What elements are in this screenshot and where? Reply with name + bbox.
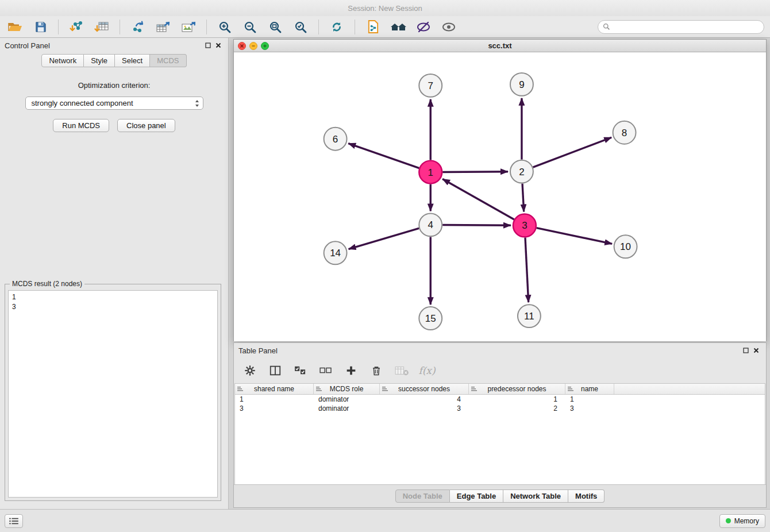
export-table-button[interactable] [154, 18, 172, 36]
node-2[interactable]: 2 [510, 160, 533, 183]
tab-network-table[interactable]: Network Table [503, 489, 568, 503]
search-input[interactable] [613, 23, 759, 31]
tab-node-table[interactable]: Node Table [395, 489, 450, 503]
columns-icon [269, 364, 282, 377]
node-14[interactable]: 14 [324, 241, 347, 264]
table-cell: dominator [314, 404, 380, 413]
close-panel-button[interactable] [213, 40, 224, 51]
column-header-shared-name[interactable]: shared name [235, 384, 314, 394]
home-network-button[interactable] [389, 18, 407, 36]
table-row[interactable]: 1dominator411 [235, 395, 765, 404]
main-toolbar [0, 16, 770, 38]
table-row[interactable]: 3dominator323 [235, 404, 765, 413]
node-3[interactable]: 3 [513, 214, 536, 237]
sort-icon[interactable] [471, 386, 477, 392]
column-header-name[interactable]: name [565, 384, 614, 394]
edge-2-3[interactable] [522, 184, 524, 212]
edge-3-10[interactable] [536, 228, 612, 244]
mcds-result-list[interactable]: 13 [8, 290, 218, 498]
style-preview-button[interactable] [414, 18, 433, 36]
node-8[interactable]: 8 [613, 121, 636, 144]
select-all-button[interactable] [292, 363, 309, 379]
open-session-button[interactable] [6, 18, 24, 36]
maximize-icon [263, 44, 267, 48]
column-header-predecessor-nodes[interactable]: predecessor nodes [469, 384, 565, 394]
close-window-button[interactable] [238, 42, 246, 50]
toolbar-separator [206, 20, 207, 34]
column-header-label: predecessor nodes [487, 385, 546, 393]
node-4[interactable]: 4 [419, 213, 442, 236]
edge-3-11[interactable] [525, 237, 529, 302]
sort-icon[interactable] [316, 386, 322, 392]
node-7[interactable]: 7 [419, 74, 442, 97]
edge-2-8[interactable] [533, 137, 612, 167]
zoom-selected-button[interactable] [291, 18, 310, 36]
node-1[interactable]: 1 [419, 161, 442, 184]
zoom-out-button[interactable] [241, 18, 259, 36]
add-column-button[interactable] [343, 363, 359, 379]
import-network-button[interactable] [67, 18, 86, 36]
zoom-in-button[interactable] [215, 18, 234, 36]
maximize-window-button[interactable] [261, 42, 269, 50]
node-6[interactable]: 6 [324, 128, 347, 151]
gear-icon [244, 364, 256, 377]
export-image-button[interactable] [179, 18, 198, 36]
sort-icon[interactable] [237, 386, 243, 392]
export-network-button[interactable] [129, 18, 147, 36]
edge-1-6[interactable] [348, 144, 419, 168]
import-network-icon [68, 20, 84, 34]
network-document-button[interactable] [364, 18, 382, 36]
zoom-selected-icon [294, 20, 307, 34]
table-body[interactable]: 1dominator4113dominator323 [235, 395, 765, 484]
memory-button[interactable]: Memory [719, 514, 765, 528]
table-panel-title: Table Panel [238, 346, 278, 355]
edge-1-2[interactable] [442, 172, 508, 172]
column-header-MCDS-role[interactable]: MCDS role [314, 384, 380, 394]
table-settings-button[interactable] [242, 363, 258, 379]
float-icon [743, 348, 749, 353]
show-columns-button[interactable] [267, 363, 283, 379]
column-header-successor-nodes[interactable]: successor nodes [380, 384, 469, 394]
node-10[interactable]: 10 [614, 235, 637, 258]
table-cell: 2 [469, 404, 565, 413]
minimize-window-button[interactable] [249, 42, 257, 50]
optimization-criterion-dropdown[interactable]: strongly connected component [25, 97, 203, 110]
tab-edge-table[interactable]: Edge Table [450, 489, 503, 503]
node-11[interactable]: 11 [518, 304, 541, 327]
run-mcds-button[interactable]: Run MCDS [53, 119, 109, 132]
table-panel-header: Table Panel [234, 343, 766, 358]
eye-slash-icon [417, 20, 430, 34]
show-panels-button[interactable] [5, 514, 23, 528]
function-builder-button: f(x) [419, 363, 435, 379]
svg-text:6: 6 [333, 134, 338, 145]
edge-3-1[interactable] [442, 179, 514, 219]
apply-layout-button[interactable] [328, 18, 346, 36]
save-session-button[interactable] [31, 18, 49, 36]
mcds-result-fieldset: MCDS result (2 nodes) 13 [5, 284, 221, 501]
tab-mcds[interactable]: MCDS [150, 54, 186, 67]
network-graph-svg[interactable]: 7968124314101511 [234, 52, 766, 341]
delete-column-button[interactable] [368, 363, 384, 379]
table-cell: 1 [565, 395, 614, 403]
search-field[interactable] [598, 20, 764, 34]
float-table-panel-button[interactable] [741, 345, 751, 356]
edge-4-14[interactable] [349, 228, 419, 249]
close-panel-action-button[interactable]: Close panel [117, 119, 175, 132]
show-hide-button[interactable] [440, 18, 458, 36]
deselect-all-button[interactable] [318, 363, 334, 379]
close-table-panel-button[interactable] [751, 345, 761, 356]
import-table-button[interactable] [93, 18, 111, 36]
svg-text:4: 4 [428, 219, 433, 230]
network-window-titlebar[interactable]: scc.txt [234, 40, 766, 52]
node-15[interactable]: 15 [419, 307, 442, 330]
tab-network[interactable]: Network [41, 54, 84, 67]
tab-motifs[interactable]: Motifs [568, 489, 605, 503]
float-panel-button[interactable] [203, 40, 213, 51]
sort-icon[interactable] [382, 386, 388, 392]
node-9[interactable]: 9 [510, 73, 533, 96]
edge-4-3[interactable] [442, 225, 511, 226]
tab-select[interactable]: Select [115, 54, 150, 67]
sort-icon[interactable] [568, 386, 573, 392]
tab-style[interactable]: Style [84, 54, 115, 67]
zoom-fit-button[interactable] [266, 18, 284, 36]
